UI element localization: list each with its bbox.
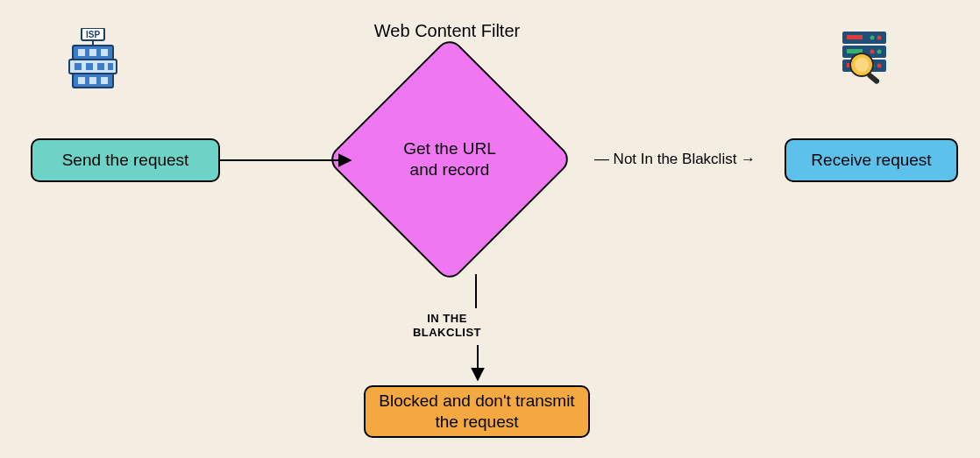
server-search-icon: [837, 30, 895, 84]
svg-point-21: [870, 36, 875, 40]
svg-rect-14: [101, 77, 108, 84]
svg-point-23: [870, 50, 875, 54]
isp-label-text: ISP: [86, 30, 100, 39]
svg-point-22: [877, 36, 882, 40]
node-blocked: Blocked and don't transmit the request: [364, 385, 590, 438]
node-filter: Get the URL and record: [362, 72, 537, 247]
svg-rect-10: [97, 63, 104, 70]
svg-rect-12: [78, 77, 85, 84]
isp-icon: ISP: [66, 28, 120, 89]
edge-label-not-in-blacklist: — Not In the Blakclist →: [579, 151, 771, 168]
svg-point-26: [877, 64, 882, 68]
svg-point-28: [855, 58, 869, 72]
edge-label-not-in-blacklist-text: Not In the Blakclist: [614, 151, 737, 167]
svg-rect-13: [89, 77, 96, 84]
svg-rect-11: [108, 63, 113, 70]
svg-rect-6: [89, 49, 96, 56]
svg-rect-7: [101, 49, 108, 56]
svg-rect-8: [75, 63, 82, 70]
node-send: Send the request: [31, 138, 220, 182]
svg-point-24: [877, 50, 882, 54]
svg-rect-5: [78, 49, 85, 56]
svg-rect-9: [86, 63, 93, 70]
edge-label-in-blacklist: IN THE BLAKCLIST: [368, 312, 526, 341]
diagram-title: Web Content Filter: [333, 21, 561, 41]
svg-rect-18: [847, 35, 863, 39]
node-receive: Receive request: [785, 138, 958, 182]
svg-rect-29: [866, 72, 880, 84]
